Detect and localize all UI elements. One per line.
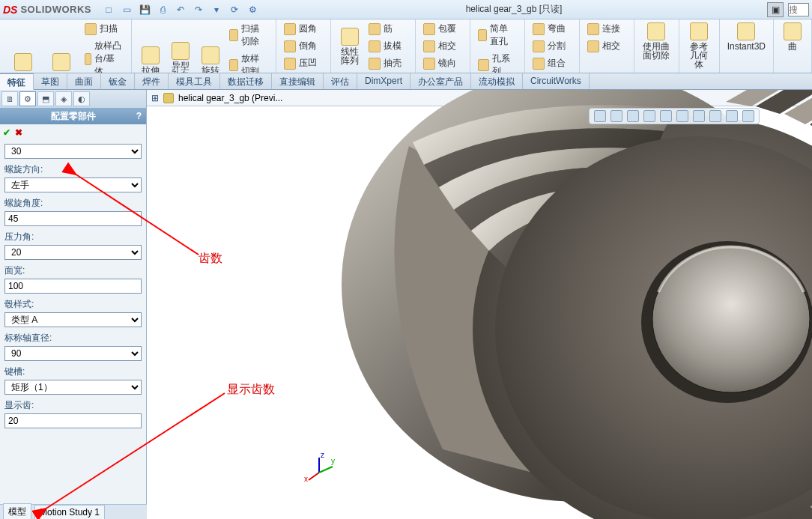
bottom-tab-motion[interactable]: Motion Study 1	[34, 505, 105, 520]
rebuild-icon[interactable]: ⟳	[226, 2, 243, 17]
lptab-property-icon[interactable]: ⚙	[19, 91, 36, 106]
teeth-select[interactable]: 30	[4, 144, 142, 159]
rib-button[interactable]: 筋	[366, 21, 410, 37]
undo-icon[interactable]: ↶	[172, 2, 189, 17]
cut-with-surface-button[interactable]: 使用曲面切除	[639, 21, 675, 61]
lptab-feature-tree-icon[interactable]: 🗎	[1, 91, 18, 106]
tab-dimxpert[interactable]: DimXpert	[357, 73, 410, 89]
3d-viewport[interactable]: ⊞ helical gear_3_gb (Previ...	[147, 90, 812, 519]
select-icon[interactable]: ▾	[208, 2, 225, 17]
redo-icon[interactable]: ↷	[190, 2, 207, 17]
tab-sketch[interactable]: 草图	[34, 73, 67, 89]
nominal-shaft-select[interactable]: 90	[4, 346, 142, 361]
hole-wizard-button[interactable]: 异型孔向导	[166, 21, 195, 73]
previous-view-icon[interactable]	[627, 110, 639, 122]
extrude-cut-button[interactable]: 拉伸切除	[136, 21, 165, 73]
flex-button[interactable]: 弯曲	[530, 21, 575, 37]
hub-style-select[interactable]: 类型 A	[4, 312, 142, 327]
tab-weldments[interactable]: 焊件	[135, 73, 169, 89]
search-input[interactable]	[788, 3, 809, 16]
ribbon-panel-9: 使用曲面切除	[634, 19, 680, 73]
helix-dir-select[interactable]: 左手	[4, 177, 142, 192]
sweep-button[interactable]: 扫描	[82, 21, 127, 37]
lptab-display-icon[interactable]: ◐	[73, 91, 90, 106]
wrap-button[interactable]: 包覆	[420, 21, 465, 37]
loft-boss-button[interactable]: 放样凸台/基体	[82, 38, 127, 73]
edit-appearance-icon[interactable]	[709, 110, 721, 122]
indent-button[interactable]: 压凹	[281, 55, 326, 71]
breadcrumb: ⊞ helical gear_3_gb (Previ...	[147, 90, 812, 106]
property-manager: 🗎 ⚙ ⬒ ◈ ◐ 配置零部件 ? ✔ ✖ 30 螺旋方向: 左手 螺旋角度:	[0, 90, 147, 519]
helix-angle-label: 螺旋角度:	[4, 197, 142, 210]
display-style-icon[interactable]	[676, 110, 688, 122]
expand-icon[interactable]: ⊞	[151, 93, 159, 103]
titlebar: DS SOLIDWORKS □ ▭ 💾 ⎙ ↶ ↷ ▾ ⟳ ⚙ helical …	[0, 0, 812, 19]
loft-cut-button[interactable]: 放样切割	[226, 51, 271, 73]
tab-sheetmetal[interactable]: 钣金	[101, 73, 135, 89]
tab-circuitworks[interactable]: CircuitWorks	[523, 73, 590, 89]
shell-button[interactable]: 抽壳	[366, 55, 410, 71]
tab-datamigration[interactable]: 数据迁移	[220, 73, 272, 89]
cancel-button[interactable]: ✖	[15, 127, 22, 138]
apply-scene-icon[interactable]	[726, 110, 738, 122]
simple-hole-button[interactable]: 简单直孔	[475, 21, 520, 49]
helix-dir-label: 螺旋方向:	[4, 163, 142, 176]
view-heads-up-toolbar	[589, 108, 760, 124]
revolve-boss-button[interactable]: 旋转凸台/基体	[43, 21, 79, 73]
zoom-fit-icon[interactable]	[594, 110, 606, 122]
print-icon[interactable]: ⎙	[154, 2, 171, 17]
keyway-select[interactable]: 矩形（1）	[4, 380, 142, 395]
join-button[interactable]: 连接	[584, 21, 629, 37]
lptab-config-icon[interactable]: ⬒	[37, 91, 54, 106]
tab-office[interactable]: 办公室产品	[410, 73, 471, 89]
svg-line-10	[319, 467, 333, 473]
tab-directedit[interactable]: 直接编辑	[272, 73, 324, 89]
panel-title-text: 配置零部件	[51, 110, 96, 123]
open-icon[interactable]: ▭	[118, 2, 135, 17]
ok-button[interactable]: ✔	[3, 127, 10, 138]
combine-button[interactable]: 组合	[530, 55, 575, 71]
view-settings-icon[interactable]	[742, 110, 754, 122]
save-icon[interactable]: 💾	[136, 2, 153, 17]
svg-point-3	[641, 241, 812, 403]
view-orientation-icon[interactable]	[660, 110, 672, 122]
chamfer-button[interactable]: 倒角	[281, 38, 326, 54]
tab-flowsim[interactable]: 流动模拟	[471, 73, 523, 89]
section-view-icon[interactable]	[643, 110, 655, 122]
split-button[interactable]: 分割	[530, 38, 575, 54]
quick-access-toolbar: □ ▭ 💾 ⎙ ↶ ↷ ▾ ⟳ ⚙	[100, 2, 261, 17]
curves-button[interactable]: 曲	[778, 21, 807, 52]
tab-moldtools[interactable]: 模具工具	[169, 73, 220, 89]
pressure-angle-select[interactable]: 20	[4, 245, 142, 260]
part-icon	[163, 93, 174, 103]
show-teeth-input[interactable]	[4, 413, 142, 428]
tab-surface[interactable]: 曲面	[67, 73, 101, 89]
help-button[interactable]: ?	[136, 111, 142, 121]
new-icon[interactable]: □	[100, 2, 117, 17]
hide-show-icon[interactable]	[693, 110, 705, 122]
orientation-triad-icon: x z y	[303, 450, 336, 483]
linear-pattern-button[interactable]: 线性阵列	[336, 21, 364, 71]
tab-evaluate[interactable]: 评估	[324, 73, 357, 89]
terminal-icon[interactable]: ▣	[767, 2, 784, 17]
titlebar-right: ▣	[767, 2, 809, 17]
intersect-button[interactable]: 相交	[420, 38, 465, 54]
zoom-area-icon[interactable]	[610, 110, 622, 122]
helix-angle-input[interactable]	[4, 211, 142, 226]
face-width-input[interactable]	[4, 279, 142, 294]
fillet-button[interactable]: 圆角	[281, 21, 326, 37]
extrude-boss-button[interactable]: 拉伸凸台/基体	[4, 21, 41, 73]
lptab-dimxpert-icon[interactable]: ◈	[55, 91, 72, 106]
options-icon[interactable]: ⚙	[244, 2, 261, 17]
intersect2-button[interactable]: 相交	[584, 38, 629, 54]
ref-geometry-button[interactable]: 参考几何体	[684, 21, 714, 70]
draft-button[interactable]: 拔模	[366, 38, 410, 54]
hole-series-button[interactable]: 孔系列	[475, 51, 520, 73]
bottom-tab-model[interactable]: 模型	[3, 503, 31, 519]
mirror-button[interactable]: 镜向	[420, 55, 465, 71]
sweep-cut-button[interactable]: 扫描切除	[226, 21, 271, 49]
logo-text: SOLIDWORKS	[20, 4, 91, 15]
instant3d-button[interactable]: Instant3D	[724, 21, 769, 52]
revolve-cut-button[interactable]: 旋转切除	[196, 21, 225, 73]
tab-features[interactable]: 特征	[0, 73, 34, 90]
